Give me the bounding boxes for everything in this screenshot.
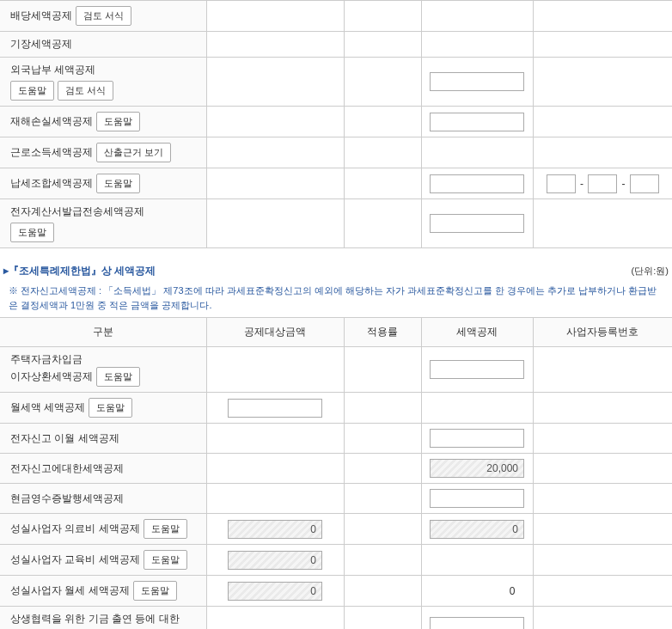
deduction-input[interactable] [430,429,524,448]
section-title: ▸『조세특례제한법』상 세액공제 [0,264,156,278]
header-gubun: 구분 [0,318,206,347]
row-cash-receipt-label: 현금영수증발행세액공제 [0,484,206,514]
label-text: 상생협력을 위한 기금 출연 등에 대한 [10,613,180,625]
row-efile-carryover-label: 전자신고 이월 세액공제 [0,424,206,454]
row-tax-union-label: 납세조합세액공제 도움말 [0,168,206,199]
row-dividend-label: 배당세액공제 검토 서식 [0,1,206,32]
help-button[interactable]: 도움말 [144,550,187,570]
label-text: 기장세액공제 [10,38,72,50]
help-button[interactable]: 도움말 [96,174,140,193]
header-deduction: 세액공제 [421,318,533,347]
label-text: 전자신고에대한세액공제 [10,462,124,474]
cell [206,1,344,32]
deduction-readonly [430,459,524,478]
help-button[interactable]: 도움말 [96,367,140,387]
row-bookkeeping-label: 기장세액공제 [0,32,206,58]
upper-deduction-table: 배당세액공제 검토 서식 기장세액공제 외국납부 세액공제 도움말 검토 서식 [0,0,672,248]
deduction-input[interactable] [430,489,524,508]
amount-input[interactable] [228,399,322,418]
label-text: 성실사업자 교육비 세액공제 [10,553,140,567]
deduction-input[interactable] [430,174,524,193]
label-text: 배당세액공제 [10,9,72,23]
row-monthly-rent-label: 월세액 세액공제 도움말 [0,393,206,424]
deduction-input[interactable] [430,617,524,629]
view-basis-button[interactable]: 산출근거 보기 [96,143,171,162]
label-text: 월세액 세액공제 [10,400,85,415]
bizno-part1[interactable] [547,174,576,193]
help-button[interactable]: 도움말 [89,398,132,418]
header-amount: 공제대상금액 [206,318,344,347]
deduction-input[interactable] [430,360,524,379]
label-text: 주택자금차입금 [10,353,82,365]
row-efile-deduction-label: 전자신고에대한세액공제 [0,454,206,484]
header-rate: 적용률 [344,318,421,347]
row-honest-rent-label: 성실사업자 월세 세액공제 도움말 [0,576,206,607]
label-text: 외국납부 세액공제 [10,64,95,76]
amount-readonly [228,551,322,570]
label-text: 전자신고 이월 세액공제 [10,432,119,444]
dash: - [622,178,626,190]
row-honest-medical-label: 성실사업자 의료비 세액공제 도움말 [0,514,206,545]
label-text: 납세조합세액공제 [10,176,93,191]
deduction-value: 0 [510,585,516,597]
bizno-part2[interactable] [588,174,617,193]
deduction-input[interactable] [430,214,524,233]
help-button[interactable]: 도움말 [10,81,54,101]
review-form-button[interactable]: 검토 서식 [76,6,131,26]
lower-deduction-table: 구분 공제대상금액 적용률 세액공제 사업자등록번호 주택자금차입금 이자상환세… [0,317,672,629]
help-button[interactable]: 도움말 [10,223,54,242]
label-text: 전자계산서발급전송세액공제 [10,205,144,217]
row-honest-education-label: 성실사업자 교육비 세액공제 도움말 [0,545,206,576]
deduction-input[interactable] [430,113,524,131]
label-text: 성실사업자 월세 세액공제 [10,583,130,598]
cell [533,1,672,32]
help-button[interactable]: 도움말 [96,112,140,131]
label-text: 재해손실세액공제 [10,114,93,129]
cell [344,1,421,32]
deduction-input[interactable] [430,72,524,91]
section-header: ▸『조세특례제한법』상 세액공제 (단위:원) [0,264,672,278]
business-number-group: - - [547,178,659,190]
row-mutual-fund-label: 상생협력을 위한 기금 출연 등에 대한 세액공제 [0,607,206,630]
unit-label: (단위:원) [632,265,672,278]
row-e-invoice-label: 전자계산서발급전송세액공제 도움말 [0,199,206,248]
dash: - [580,178,583,190]
efile-note: ※ 전자신고세액공제 : 「소득세법」 제73조에 따라 과세표준확정신고의 예… [0,282,672,317]
cell [421,1,533,32]
label-text: 이자상환세액공제 [10,369,93,384]
deduction-readonly [430,520,524,539]
amount-readonly [228,520,322,539]
row-foreign-label: 외국납부 세액공제 도움말 검토 서식 [0,58,206,107]
row-housing-loan-label: 주택자금차입금 이자상환세액공제 도움말 [0,347,206,393]
review-form-button[interactable]: 검토 서식 [58,81,113,101]
help-button[interactable]: 도움말 [144,519,187,539]
header-bizno: 사업자등록번호 [533,318,672,347]
help-button[interactable]: 도움말 [133,581,177,601]
label-text: 근로소득세액공제 [10,145,93,160]
label-text: 현금영수증발행세액공제 [10,492,124,504]
label-text: 성실사업자 의료비 세액공제 [10,522,140,536]
amount-readonly [228,582,322,601]
bizno-part3[interactable] [630,174,659,193]
row-earned-income-label: 근로소득세액공제 산출근거 보기 [0,137,206,168]
row-disaster-label: 재해손실세액공제 도움말 [0,107,206,137]
